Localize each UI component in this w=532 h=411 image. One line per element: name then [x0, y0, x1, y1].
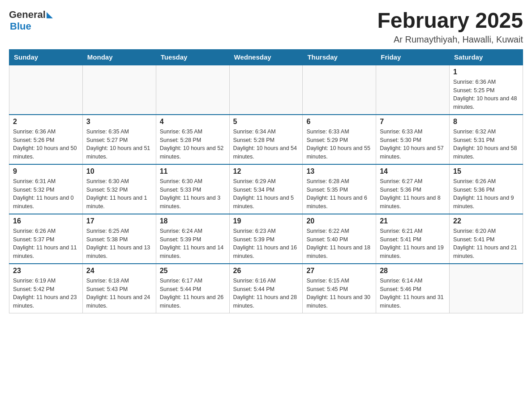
day-number: 10 — [86, 167, 152, 176]
day-info: Sunrise: 6:32 AMSunset: 5:31 PMDaylight:… — [453, 128, 519, 161]
calendar-cell — [229, 65, 303, 115]
col-wednesday: Wednesday — [229, 49, 303, 65]
day-info: Sunrise: 6:16 AMSunset: 5:44 PMDaylight:… — [233, 277, 299, 310]
day-number: 24 — [86, 267, 152, 275]
day-number: 12 — [233, 167, 299, 176]
day-number: 7 — [380, 118, 446, 126]
calendar-cell: 6Sunrise: 6:33 AMSunset: 5:29 PMDaylight… — [303, 115, 376, 164]
day-number: 26 — [233, 267, 299, 275]
calendar-cell: 25Sunrise: 6:17 AMSunset: 5:44 PMDayligh… — [156, 264, 229, 313]
day-info: Sunrise: 6:19 AMSunset: 5:42 PMDaylight:… — [13, 277, 79, 310]
day-info: Sunrise: 6:17 AMSunset: 5:44 PMDaylight:… — [160, 277, 226, 310]
calendar-cell: 7Sunrise: 6:33 AMSunset: 5:30 PMDaylight… — [376, 115, 450, 164]
day-number: 5 — [233, 118, 299, 126]
day-number: 25 — [160, 267, 226, 275]
calendar-cell: 27Sunrise: 6:15 AMSunset: 5:45 PMDayligh… — [303, 264, 376, 313]
day-number: 20 — [306, 217, 372, 225]
day-info: Sunrise: 6:36 AMSunset: 5:26 PMDaylight:… — [13, 128, 79, 161]
calendar-cell: 16Sunrise: 6:26 AMSunset: 5:37 PMDayligh… — [9, 214, 83, 264]
day-number: 15 — [453, 167, 519, 176]
calendar-cell: 1Sunrise: 6:36 AMSunset: 5:25 PMDaylight… — [450, 65, 523, 115]
col-monday: Monday — [82, 49, 156, 65]
day-info: Sunrise: 6:33 AMSunset: 5:30 PMDaylight:… — [380, 128, 446, 161]
calendar-cell: 20Sunrise: 6:22 AMSunset: 5:40 PMDayligh… — [303, 214, 376, 264]
title-block: February 2025 Ar Rumaythiyah, Hawalli, K… — [377, 9, 523, 45]
day-info: Sunrise: 6:18 AMSunset: 5:43 PMDaylight:… — [86, 277, 152, 310]
day-info: Sunrise: 6:21 AMSunset: 5:41 PMDaylight:… — [380, 227, 446, 261]
day-info: Sunrise: 6:29 AMSunset: 5:34 PMDaylight:… — [233, 177, 299, 211]
calendar-cell — [156, 65, 229, 115]
day-number: 1 — [453, 68, 519, 76]
day-number: 21 — [380, 217, 446, 225]
day-number: 14 — [380, 167, 446, 176]
calendar-cell: 17Sunrise: 6:25 AMSunset: 5:38 PMDayligh… — [82, 214, 156, 264]
day-info: Sunrise: 6:31 AMSunset: 5:32 PMDaylight:… — [13, 177, 79, 211]
day-info: Sunrise: 6:14 AMSunset: 5:46 PMDaylight:… — [380, 277, 446, 310]
day-number: 19 — [233, 217, 299, 225]
day-number: 13 — [306, 167, 372, 176]
calendar-cell: 26Sunrise: 6:16 AMSunset: 5:44 PMDayligh… — [229, 264, 303, 313]
day-number: 16 — [13, 217, 79, 225]
calendar-location: Ar Rumaythiyah, Hawalli, Kuwait — [377, 34, 523, 45]
calendar-cell: 11Sunrise: 6:30 AMSunset: 5:33 PMDayligh… — [156, 164, 229, 214]
calendar-cell: 2Sunrise: 6:36 AMSunset: 5:26 PMDaylight… — [9, 115, 83, 164]
day-info: Sunrise: 6:30 AMSunset: 5:33 PMDaylight:… — [160, 177, 226, 211]
calendar-cell: 19Sunrise: 6:23 AMSunset: 5:39 PMDayligh… — [229, 214, 303, 264]
day-number: 22 — [453, 217, 519, 225]
calendar-cell: 14Sunrise: 6:27 AMSunset: 5:36 PMDayligh… — [376, 164, 450, 214]
day-info: Sunrise: 6:26 AMSunset: 5:37 PMDaylight:… — [13, 227, 79, 261]
day-info: Sunrise: 6:25 AMSunset: 5:38 PMDaylight:… — [86, 227, 152, 261]
day-number: 4 — [160, 118, 226, 126]
day-number: 3 — [86, 118, 152, 126]
day-info: Sunrise: 6:15 AMSunset: 5:45 PMDaylight:… — [306, 277, 372, 310]
day-info: Sunrise: 6:20 AMSunset: 5:41 PMDaylight:… — [453, 227, 519, 261]
calendar-week-row: 16Sunrise: 6:26 AMSunset: 5:37 PMDayligh… — [9, 214, 523, 264]
calendar-cell — [303, 65, 376, 115]
day-info: Sunrise: 6:27 AMSunset: 5:36 PMDaylight:… — [380, 177, 446, 211]
day-number: 9 — [13, 167, 79, 176]
day-number: 8 — [453, 118, 519, 126]
calendar-week-row: 2Sunrise: 6:36 AMSunset: 5:26 PMDaylight… — [9, 115, 523, 164]
day-info: Sunrise: 6:33 AMSunset: 5:29 PMDaylight:… — [306, 128, 372, 161]
col-friday: Friday — [376, 49, 450, 65]
calendar-cell: 5Sunrise: 6:34 AMSunset: 5:28 PMDaylight… — [229, 115, 303, 164]
calendar-cell: 12Sunrise: 6:29 AMSunset: 5:34 PMDayligh… — [229, 164, 303, 214]
day-info: Sunrise: 6:26 AMSunset: 5:36 PMDaylight:… — [453, 177, 519, 211]
day-info: Sunrise: 6:36 AMSunset: 5:25 PMDaylight:… — [453, 78, 519, 111]
col-sunday: Sunday — [9, 49, 83, 65]
calendar-cell: 4Sunrise: 6:35 AMSunset: 5:28 PMDaylight… — [156, 115, 229, 164]
day-number: 17 — [86, 217, 152, 225]
calendar-cell: 18Sunrise: 6:24 AMSunset: 5:39 PMDayligh… — [156, 214, 229, 264]
calendar-cell: 8Sunrise: 6:32 AMSunset: 5:31 PMDaylight… — [450, 115, 523, 164]
day-info: Sunrise: 6:28 AMSunset: 5:35 PMDaylight:… — [306, 177, 372, 211]
calendar-cell: 13Sunrise: 6:28 AMSunset: 5:35 PMDayligh… — [303, 164, 376, 214]
day-info: Sunrise: 6:35 AMSunset: 5:28 PMDaylight:… — [160, 128, 226, 161]
logo-blue-text: Blue — [9, 21, 53, 32]
day-number: 6 — [306, 118, 372, 126]
calendar-cell: 23Sunrise: 6:19 AMSunset: 5:42 PMDayligh… — [9, 264, 83, 313]
calendar-week-row: 9Sunrise: 6:31 AMSunset: 5:32 PMDaylight… — [9, 164, 523, 214]
day-number: 28 — [380, 267, 446, 275]
day-info: Sunrise: 6:35 AMSunset: 5:27 PMDaylight:… — [86, 128, 152, 161]
day-number: 23 — [13, 267, 79, 275]
calendar-cell: 15Sunrise: 6:26 AMSunset: 5:36 PMDayligh… — [450, 164, 523, 214]
calendar-cell: 24Sunrise: 6:18 AMSunset: 5:43 PMDayligh… — [82, 264, 156, 313]
logo-general-text: General — [9, 9, 46, 21]
calendar-table: Sunday Monday Tuesday Wednesday Thursday… — [9, 49, 523, 313]
calendar-week-row: 1Sunrise: 6:36 AMSunset: 5:25 PMDaylight… — [9, 65, 523, 115]
logo: General Blue — [9, 9, 53, 32]
day-info: Sunrise: 6:34 AMSunset: 5:28 PMDaylight:… — [233, 128, 299, 161]
col-saturday: Saturday — [450, 49, 523, 65]
calendar-title: February 2025 — [377, 9, 523, 33]
calendar-cell — [82, 65, 156, 115]
calendar-cell — [376, 65, 450, 115]
logo-arrow-icon — [47, 12, 53, 18]
day-number: 27 — [306, 267, 372, 275]
calendar-cell: 10Sunrise: 6:30 AMSunset: 5:32 PMDayligh… — [82, 164, 156, 214]
calendar-header-row: Sunday Monday Tuesday Wednesday Thursday… — [9, 49, 523, 65]
page-header: General Blue February 2025 Ar Rumaythiya… — [9, 9, 523, 45]
day-number: 18 — [160, 217, 226, 225]
day-info: Sunrise: 6:23 AMSunset: 5:39 PMDaylight:… — [233, 227, 299, 261]
day-info: Sunrise: 6:30 AMSunset: 5:32 PMDaylight:… — [86, 177, 152, 211]
calendar-cell — [450, 264, 523, 313]
